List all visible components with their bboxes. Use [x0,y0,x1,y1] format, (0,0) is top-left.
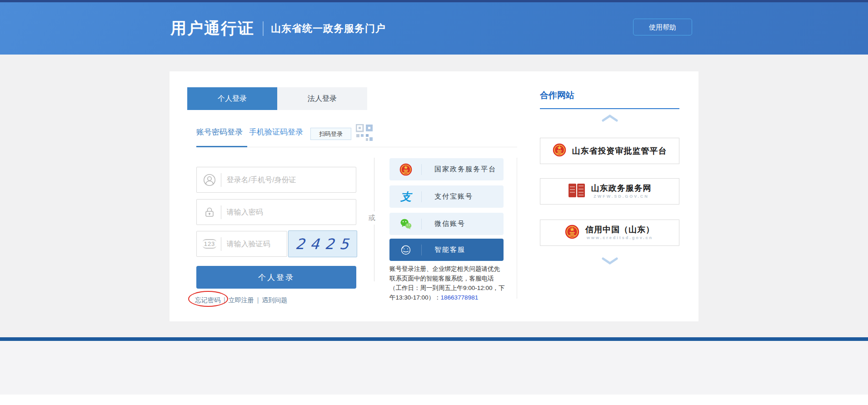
footer: 党政机关 山东省人民政府主办 山东省人民政府办公厅承办 山东省人民政府版权所有 … [0,341,868,395]
brand-divider [263,21,264,36]
tab-corporate-login[interactable]: 法人登录 [277,87,367,110]
alipay-icon: 支 [399,190,413,204]
method-sms-login[interactable]: 手机验证码登录 [249,127,303,137]
alipay-login-button[interactable]: 支 支付宝账号 [389,185,504,208]
button-divider [421,191,422,202]
partners-scroll-up-icon[interactable] [601,114,619,122]
national-emblem-icon [565,225,579,241]
field-divider [221,205,221,219]
link-separator: | [224,296,225,304]
button-divider [421,219,422,230]
national-emblem-icon [553,143,566,159]
qr-code-icon[interactable] [356,124,373,141]
captcha-code: 2425 [290,235,355,253]
partner-site-url: ZWFW.SD.GOV.CN [594,194,649,199]
partner-card-credit-china-shandong[interactable]: 信用中国（山东） www.creditsd.gov.cn [540,220,679,246]
wechat-login-button[interactable]: 微信账号 [389,213,504,235]
lock-icon [203,205,216,219]
button-divider [421,245,422,255]
captcha-field-wrapper: 123 [196,231,287,257]
partners-scroll-down-icon[interactable] [601,257,619,265]
header: 用户通行证 山东省统一政务服务门户 使用帮助 [0,2,868,55]
user-icon [203,173,216,187]
forgot-password-link[interactable]: 忘记密码 [195,296,220,304]
partners-title-underline [540,108,679,109]
page: 用户通行证 山东省统一政务服务门户 使用帮助 个人登录 法人登录 账号密码登录 … [0,0,868,405]
or-label: 或 [364,211,379,225]
password-field-wrapper [196,199,356,225]
field-divider [221,173,221,187]
login-panel: 个人登录 法人登录 账号密码登录 手机验证码登录 扫码登录 [170,71,698,321]
partners-title: 合作网站 [540,90,574,101]
partner-site-url: www.creditsd.gov.cn [587,235,653,240]
national-platform-login-button[interactable]: 国家政务服务平台 [389,158,504,180]
partner-card-government-service-site[interactable]: 山东政务服务网 ZWFW.SD.GOV.CN [540,178,679,205]
field-divider [221,237,221,251]
national-emblem-icon [399,163,413,176]
captcha-123-icon: 123 [203,237,216,251]
customer-service-notice: 账号登录注册、企业绑定相关问题请优先联系页面中的智能客服系统，客服电话（工作日：… [389,264,505,302]
method-password-login[interactable]: 账号密码登录 [196,127,243,137]
panel-vertical-separator [517,158,517,299]
captcha-input[interactable] [227,240,287,248]
account-type-tabs: 个人登录 法人登录 [187,87,367,110]
brand: 用户通行证 山东省统一政务服务门户 [170,18,386,39]
tab-personal-login[interactable]: 个人登录 [187,87,277,110]
smart-customer-service-button[interactable]: 智能客服 [389,239,504,261]
login-helper-links: 忘记密码|立即注册|遇到问题 [195,296,287,305]
username-field-wrapper [196,167,356,193]
password-input[interactable] [227,208,356,216]
button-divider [421,164,422,175]
partner-card-investment-platform[interactable]: 山东省投资审批监管平台 [540,138,679,164]
username-input[interactable] [227,176,356,184]
captcha-image[interactable]: 2425 [288,230,357,257]
red-seal-icon [568,183,585,200]
register-link[interactable]: 立即注册 [229,296,254,304]
portal-subtitle: 山东省统一政务服务门户 [271,22,386,35]
footer-accent-bar [0,337,868,341]
smart-service-icon [399,243,413,257]
service-phone-link[interactable]: 18663778981 [441,294,479,301]
problem-link[interactable]: 遇到问题 [262,296,287,304]
help-button[interactable]: 使用帮助 [633,19,692,35]
personal-login-submit-button[interactable]: 个人登录 [196,266,356,289]
login-method-tabs: 账号密码登录 手机验证码登录 [196,127,303,137]
wechat-icon [399,217,413,231]
link-separator: | [257,296,259,304]
active-method-underline [196,146,247,147]
method-scan-login[interactable]: 扫码登录 [310,128,351,140]
app-title: 用户通行证 [170,18,254,39]
